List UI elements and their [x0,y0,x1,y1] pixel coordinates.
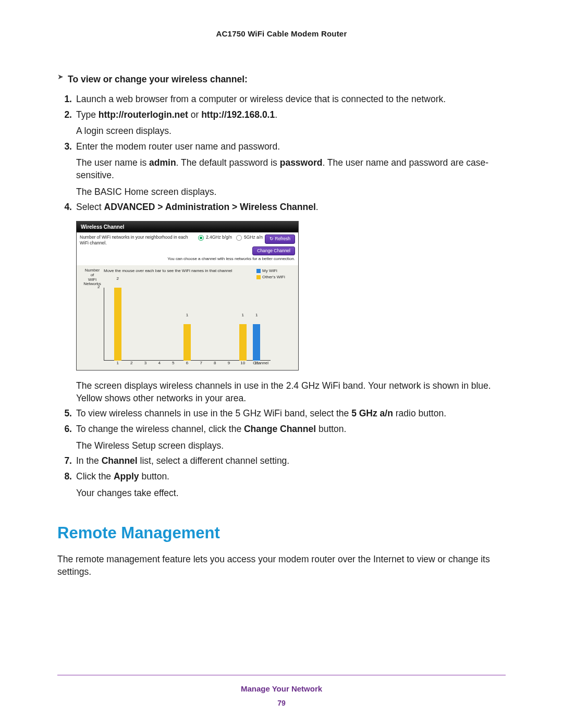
step: 5.To view wireless channels in use in th… [57,408,506,420]
refresh-button[interactable]: ↻ Refresh [265,235,295,243]
step-screenshot: Wireless ChannelNumber of WiFi networks … [57,217,506,377]
footer-page-number: 79 [0,698,563,708]
step: 4.Select ADVANCED > Administration > Wir… [57,201,506,214]
step: 1.Launch a web browser from a computer o… [57,93,506,106]
section-heading: Remote Management [57,522,506,544]
step: 8.Click the Apply button.Your changes ta… [57,471,506,499]
doc-title: AC1750 WiFi Cable Modem Router [57,29,506,39]
step: 6.To change the wireless channel, click … [57,423,506,452]
procedure-title: To view or change your wireless channel: [68,73,248,86]
page-footer: Manage Your Network 79 [0,675,563,708]
procedure-steps: 1.Launch a web browser from a computer o… [57,93,506,499]
step: 3.Enter the modem router user name and p… [57,141,506,199]
footer-label: Manage Your Network [0,684,563,694]
radio-5ghz[interactable] [236,235,242,241]
channel-chart: NumberofWiFiNetworksMove the mouse over … [77,265,298,370]
chart-legend: My WiFiOther's WiFi [256,268,294,287]
panel-title: Wireless Channel [77,221,298,233]
chart-hint: Move the mouse over each bar to see the … [104,268,256,287]
radio-24ghz[interactable] [198,235,204,241]
section-text: The remote management feature lets you a… [57,553,506,578]
procedure-heading: ➤ To view or change your wireless channe… [57,70,506,90]
arrow-icon: ➤ [57,72,64,82]
step: The screen displays wireless channels in… [57,380,506,404]
change-channel-button[interactable]: Change Channel [252,246,295,255]
band-radio-group: 2.4GHz b/g/n5GHz a/n [198,235,263,240]
panel-desc: Number of WiFi networks in your neighbor… [80,235,196,245]
wireless-channel-screenshot: Wireless ChannelNumber of WiFi networks … [76,221,299,371]
panel-note: You can choose a channel with less netwo… [80,256,295,262]
step: 2.Type http://routerlogin.net or http://… [57,109,506,138]
chart-ylabel: NumberofWiFiNetworks [81,268,104,287]
step: 7.In the Channel list, select a differen… [57,455,506,467]
